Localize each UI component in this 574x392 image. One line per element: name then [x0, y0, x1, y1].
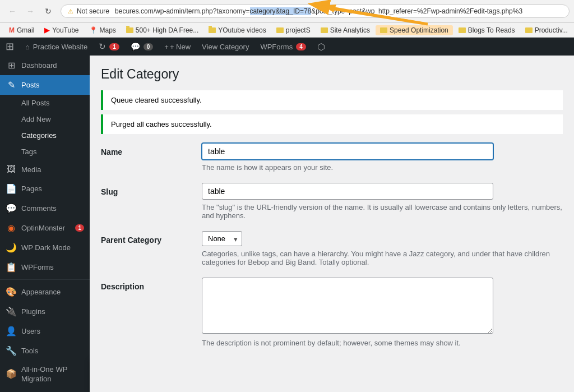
wpforms-badge: 4 [296, 43, 306, 50]
sidebar-item-wpforms[interactable]: 📋 WPForms [0, 257, 90, 277]
bookmark-site-analytics[interactable]: Site Analytics [316, 25, 374, 35]
folder-icon-5 [380, 27, 387, 33]
notice-queue-text: Queue cleared successfully. [111, 96, 202, 104]
wp-body: Edit Category Queue cleared successfully… [90, 56, 574, 370]
folder-icon-3 [276, 27, 284, 33]
admin-bar-comments[interactable]: 💬 0 [125, 38, 159, 56]
categories-item[interactable]: Categories [0, 127, 90, 144]
media-icon: 🖼 [6, 164, 17, 174]
slug-label-col: Slug [101, 183, 202, 220]
description-note: The description is not prominent by defa… [202, 339, 563, 347]
admin-bar-site-name[interactable]: ⌂ Practice Website [20, 38, 93, 56]
bookmark-speed-opt[interactable]: Speed Optimization [376, 25, 453, 35]
folder-icon-7 [525, 27, 533, 33]
appearance-label: Appearance [21, 288, 84, 296]
sidebar-item-comments[interactable]: 💬 Comments [0, 199, 90, 218]
bookmark-projects[interactable]: projectS [272, 25, 315, 35]
bookmark-productiv[interactable]: Productiv... [521, 25, 572, 35]
form-section-description: Description The description is not promi… [101, 278, 563, 347]
dark-mode-label: WP Dark Mode [21, 243, 84, 252]
url-text: Not secure becures.com/wp-admin/term.php… [77, 7, 562, 15]
parent-select[interactable]: None [202, 231, 242, 246]
admin-bar-updates[interactable]: ↻ 1 [93, 38, 125, 56]
bookmark-maps[interactable]: 📍 Maps [85, 25, 121, 35]
folder-icon-6 [459, 27, 466, 33]
sidebar-item-appearance[interactable]: 🎨 Appearance [0, 282, 90, 302]
parent-field-col: None Categories, unlike tags, can have a… [202, 231, 563, 266]
slug-input[interactable] [202, 183, 493, 200]
dashboard-icon: ⊞ [6, 60, 17, 71]
form-section-name: Name The name is how it appears on your … [101, 143, 563, 172]
optinmonster-icon: ◉ [6, 223, 17, 233]
description-field-col: The description is not prominent by defa… [202, 278, 563, 347]
dashboard-label: Dashboard [21, 61, 84, 70]
new-label: + New [170, 43, 191, 51]
all-in-one-label: All-in-One WP Migration [21, 365, 84, 384]
pages-label: Pages [21, 185, 84, 193]
sidebar-item-dashboard[interactable]: ⊞ Dashboard [0, 56, 90, 75]
folder-icon [126, 27, 133, 33]
all-posts-item[interactable]: All Posts [0, 95, 90, 111]
all-in-one-icon: 📦 [6, 368, 17, 380]
bookmark-yt-videos[interactable]: YOutube videos [204, 25, 270, 35]
admin-bar-new[interactable]: + + New [159, 38, 196, 56]
name-label: Name [101, 147, 122, 156]
sidebar-item-media[interactable]: 🖼 Media [0, 160, 90, 179]
comments-icon: 💬 [131, 42, 140, 51]
add-new-post-item[interactable]: Add New [0, 111, 90, 127]
maps-icon: 📍 [89, 26, 98, 34]
url-before: Not secure [77, 7, 109, 15]
description-label: Description [101, 282, 144, 291]
sidebar-item-plugins[interactable]: 🔌 Plugins [0, 302, 90, 321]
updates-icon: ↻ [99, 41, 106, 52]
plus-icon: + [164, 43, 169, 51]
name-description: The name is how it appears on your site. [202, 163, 563, 172]
sidebar-item-all-in-one[interactable]: 📦 All-in-One WP Migration [0, 361, 90, 389]
main-content: Edit Category Queue cleared successfully… [90, 56, 574, 392]
users-icon: 👤 [6, 326, 17, 336]
comments-badge: 0 [144, 43, 154, 50]
bookmark-youtube-label: YouTube [52, 26, 78, 34]
tags-item[interactable]: Tags [0, 144, 90, 160]
admin-bar-wpforms[interactable]: WPForms 4 [254, 38, 311, 56]
bookmark-500[interactable]: 500+ High DA Free... [122, 25, 203, 35]
bookmark-youtube[interactable]: ▶ YouTube [40, 25, 83, 35]
sidebar-item-tools[interactable]: 🔧 Tools [0, 341, 90, 361]
parent-label-col: Parent Category [101, 231, 202, 266]
posts-label: Posts [21, 81, 84, 89]
forward-button[interactable]: → [22, 3, 38, 19]
tools-label: Tools [21, 347, 84, 355]
admin-bar-extra[interactable]: ⬡ [312, 38, 331, 56]
tags-label: Tags [21, 147, 36, 156]
notice-caches-text: Purged all caches successfully. [111, 120, 212, 128]
notice-queue-cleared: Queue cleared successfully. [101, 90, 563, 110]
url-highlighted: category&tag_ID=78 [250, 7, 312, 15]
name-field-col: The name is how it appears on your site. [202, 143, 563, 172]
bookmark-gmail[interactable]: M Gmail [4, 25, 39, 35]
sidebar-item-pages[interactable]: 📄 Pages Pages All Pages Add New [0, 179, 90, 199]
name-input[interactable] [202, 143, 493, 160]
add-new-post-label: Add New [21, 115, 51, 123]
sidebar: ⊞ Dashboard ✎ Posts All Posts Add New [0, 56, 90, 392]
page-wrapper: ← → ↻ ⚠ Not secure becures.com/wp-admin/… [0, 0, 574, 392]
url-after: &post_type=post&wp_http_referer=%2Fwp-ad… [311, 7, 522, 15]
sidebar-item-posts[interactable]: ✎ Posts [0, 75, 90, 95]
tools-icon: 🔧 [6, 345, 17, 356]
admin-bar-wp-logo[interactable]: ⊞ [0, 38, 20, 56]
youtube-icon: ▶ [44, 26, 50, 34]
comments-menu-icon: 💬 [6, 203, 17, 214]
name-label-col: Name [101, 143, 202, 172]
updates-badge: 1 [109, 43, 119, 50]
notice-caches-purged: Purged all caches successfully. [101, 114, 563, 134]
wpforms-menu-label: WPForms [21, 263, 84, 271]
address-bar[interactable]: ⚠ Not secure becures.com/wp-admin/term.p… [61, 4, 570, 18]
sidebar-item-optinmonster[interactable]: ◉ OptinMonster 1 [0, 218, 90, 238]
sidebar-item-dark-mode[interactable]: 🌙 WP Dark Mode [0, 238, 90, 257]
sidebar-item-users[interactable]: 👤 Users [0, 321, 90, 341]
description-textarea[interactable] [202, 278, 493, 334]
admin-bar-view-category[interactable]: View Category [196, 38, 254, 56]
back-button[interactable]: ← [4, 3, 20, 19]
wpforms-menu-icon: 📋 [6, 262, 17, 273]
refresh-button[interactable]: ↻ [40, 3, 56, 19]
bookmark-blogs[interactable]: Blogs To Reads [454, 25, 520, 35]
